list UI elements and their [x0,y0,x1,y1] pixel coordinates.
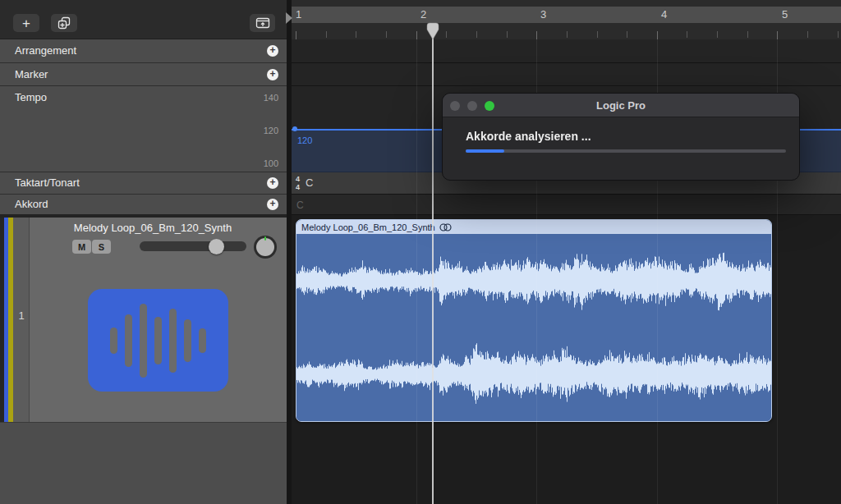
bar-gridline [416,195,417,215]
waveform-icon-bar [154,317,162,364]
bar-gridline [657,39,658,63]
region-header[interactable]: Melody Loop_06_Bm_120_Synth [296,220,771,234]
bar-number-2: 2 [420,8,426,21]
playhead-line[interactable] [432,23,434,504]
tempo-scale-100: 100 [264,158,278,168]
progress-bar-fill [466,149,504,153]
tempo-scale-140: 140 [264,93,278,103]
dialog-message: Akkorde analysieren ... [466,130,591,143]
arrangement-label: Arrangement [15,44,76,57]
bar-gridline [657,215,658,504]
waveform-icon-bar [110,328,117,354]
close-window-icon[interactable] [450,101,460,111]
marker-label: Marker [15,68,48,80]
playhead-marker[interactable] [426,22,439,40]
solo-button[interactable]: S [92,240,111,254]
bar-number-1: 1 [296,8,301,21]
global-row-tempo[interactable]: Tempo 140 120 100 [0,86,287,172]
volume-slider-handle[interactable] [209,239,224,254]
tempo-point-icon[interactable] [292,126,297,131]
bar-gridline [536,39,537,63]
dialog-title: Logic Pro [443,94,799,117]
chord-lane[interactable]: C [292,195,841,215]
minimize-window-icon[interactable] [467,101,477,111]
bar-ruler[interactable]: 1 2 3 4 5 [292,0,841,39]
track-number: 1 [13,309,30,322]
progress-dialog[interactable]: Logic Pro Akkorde analysieren ... [442,93,800,181]
duplicate-track-button[interactable] [51,14,77,32]
arrangement-lane[interactable] [292,39,841,63]
waveform-icon-bar [140,304,147,378]
marker-lane[interactable] [292,63,841,86]
waveform-icon-bar [199,328,206,353]
audio-region[interactable]: Melody Loop_06_Bm_120_Synth [296,219,772,422]
add-marker-icon[interactable]: + [267,69,278,80]
tempo-label: Tempo [15,91,47,103]
bar-gridline [416,39,417,63]
timeline-area: 1 2 3 4 5 120 4 4 C C Melody Loop_06_Bm_… [292,0,841,504]
bar-gridline [777,215,778,504]
bar-gridline [657,63,658,86]
duplicate-track-icon [57,16,71,30]
stereo-icon [439,223,452,231]
bar-number-5: 5 [782,8,788,21]
global-tracks-panel: + Arrangement + Marker [0,0,287,504]
bar-gridline [416,63,417,86]
audio-track-icon[interactable] [88,289,228,392]
bar-gridline [536,195,537,215]
global-row-akkord[interactable]: Akkord + [0,195,287,215]
track-header[interactable]: 1 Melody Loop_06_Bm_120_Synth M S [0,218,287,422]
volume-slider[interactable] [140,241,246,251]
time-signature: 4 4 [296,175,300,191]
taktart-label: Taktart/Tonart [15,176,80,189]
chord-value: C [296,199,304,211]
bar-number-4: 4 [661,8,667,21]
bar-number-3: 3 [540,8,546,21]
waveform-icon-bar [184,319,191,362]
pan-knob[interactable] [254,236,277,259]
waveform-icon-bar [169,309,177,373]
tempo-current-value: 120 [297,135,312,145]
bar-gridline [416,86,417,172]
zoom-window-icon[interactable] [485,101,494,111]
panel-up-icon [255,16,270,30]
bar-gridline [536,63,537,86]
track-lane[interactable]: Melody Loop_06_Bm_120_Synth [292,215,841,504]
add-arrangement-icon[interactable]: + [267,45,278,57]
progress-bar [466,149,786,153]
bar-gridline [777,39,778,63]
bar-gridline [777,195,778,215]
bar-gridline [536,215,537,504]
dialog-titlebar[interactable]: Logic Pro [443,94,799,117]
pan-knob-indicator [264,236,266,241]
mute-button[interactable]: M [72,240,91,254]
akkord-label: Akkord [15,198,48,210]
ruler-band: 1 2 3 4 5 [292,7,841,23]
bar-gridline [657,195,658,215]
tempo-scale-120: 120 [264,126,278,135]
ruler-start-icon [286,12,292,24]
bar-gridline [777,63,778,86]
audio-waveform [296,234,771,422]
global-row-arrangement[interactable]: Arrangement + [0,39,287,63]
track-list-empty-area [0,422,287,504]
add-akkord-icon[interactable]: + [267,199,278,210]
add-taktart-icon[interactable]: + [267,177,278,189]
track-number-column: 1 [13,218,30,422]
pan-knob-face [256,238,274,256]
waveform-icon-bar [125,314,132,367]
tracks-toolbar: + [0,0,287,39]
add-track-button[interactable]: + [13,14,39,32]
bar-gridline [416,215,417,504]
hide-global-tracks-button[interactable] [250,14,275,32]
global-row-taktart[interactable]: Taktart/Tonart + [0,172,287,195]
key-signature: C [306,176,313,189]
region-name: Melody Loop_06_Bm_120_Synth [301,222,435,232]
track-name[interactable]: Melody Loop_06_Bm_120_Synth [30,222,276,234]
bar-gridline [416,172,417,195]
global-row-marker[interactable]: Marker + [0,63,287,86]
